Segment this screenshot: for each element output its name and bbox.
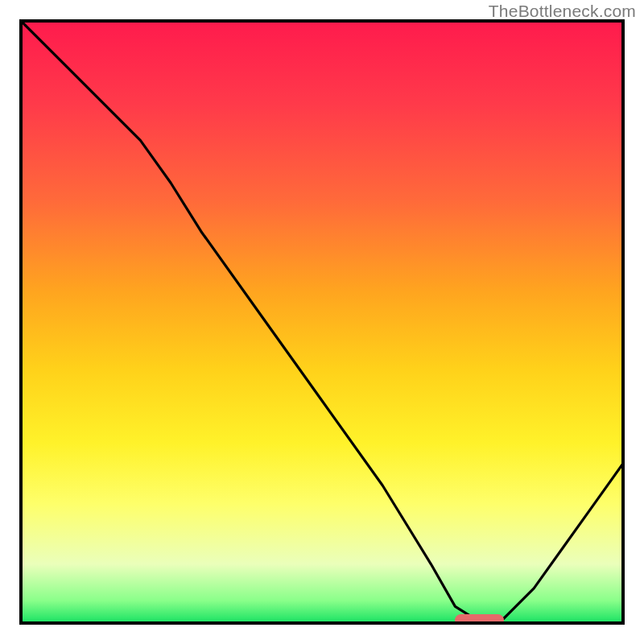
plot-area bbox=[19, 19, 625, 625]
bottleneck-curve bbox=[19, 19, 625, 625]
watermark-text: TheBottleneck.com bbox=[489, 2, 636, 21]
chart-frame: TheBottleneck.com bbox=[0, 0, 644, 644]
minimum-marker bbox=[455, 614, 503, 625]
